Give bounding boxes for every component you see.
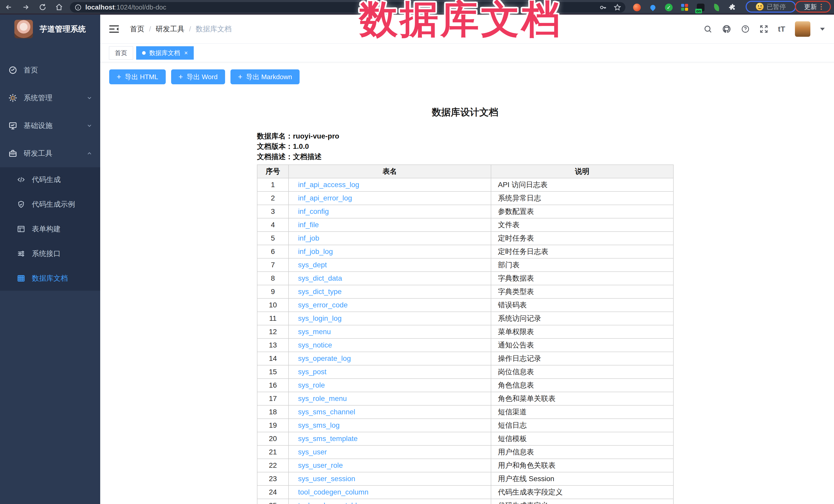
row-description: API 访问日志表 bbox=[491, 178, 674, 192]
table-name-link[interactable]: sys_user bbox=[298, 448, 327, 456]
row-index: 11 bbox=[257, 312, 288, 325]
font-size-icon[interactable]: tT bbox=[778, 25, 785, 34]
browser-home-button[interactable] bbox=[54, 2, 64, 12]
table-name-link[interactable]: sys_dept bbox=[298, 261, 327, 269]
extension-pin-icon[interactable] bbox=[649, 3, 657, 12]
table-name-link[interactable]: sys_role bbox=[298, 381, 325, 389]
table-name-link[interactable]: inf_api_error_log bbox=[298, 194, 352, 202]
extension-grid-icon[interactable] bbox=[680, 3, 689, 12]
row-table-name: sys_dept bbox=[288, 258, 491, 272]
breadcrumb-devtools[interactable]: 研发工具 bbox=[156, 24, 184, 34]
table-name-link[interactable]: sys_dict_data bbox=[298, 274, 342, 282]
app-logo-row[interactable]: 芋道管理系统 bbox=[0, 15, 100, 43]
search-icon[interactable] bbox=[703, 25, 712, 34]
row-index: 9 bbox=[257, 285, 288, 299]
extension-check-icon[interactable]: ✓ bbox=[664, 3, 673, 12]
meta-db-name: 数据库名：ruoyi-vue-pro bbox=[257, 131, 673, 141]
table-name-link[interactable]: inf_config bbox=[298, 207, 329, 215]
table-name-link[interactable]: sys_operate_log bbox=[298, 354, 351, 363]
sidebar-item-form-builder[interactable]: 表单构建 bbox=[0, 217, 100, 241]
export-html-button[interactable]: + 导出 HTML bbox=[109, 69, 166, 84]
collapse-sidebar-button[interactable] bbox=[109, 25, 119, 33]
table-header-row: 序号 表名 说明 bbox=[257, 165, 674, 178]
table-name-link[interactable]: sys_error_code bbox=[298, 301, 348, 309]
table-name-link[interactable]: inf_job_log bbox=[298, 247, 333, 256]
table-name-link[interactable]: sys_user_role bbox=[298, 461, 343, 469]
row-table-name: inf_job bbox=[288, 232, 491, 245]
table-name-link[interactable]: sys_notice bbox=[298, 341, 332, 349]
export-toolbar: + 导出 HTML + 导出 Word + 导出 Markdown bbox=[100, 62, 834, 84]
table-name-link[interactable]: sys_menu bbox=[298, 328, 331, 336]
row-table-name: inf_api_access_log bbox=[288, 178, 491, 192]
omnibox-actions bbox=[599, 2, 621, 13]
row-table-name: sys_user_session bbox=[288, 472, 491, 485]
table-name-link[interactable]: inf_file bbox=[298, 221, 319, 229]
browser-menu-icon[interactable] bbox=[821, 4, 822, 10]
table-name-link[interactable]: sys_sms_log bbox=[298, 421, 340, 429]
row-table-name: sys_error_code bbox=[288, 299, 491, 312]
table-name-link[interactable]: sys_role_menu bbox=[298, 395, 347, 402]
user-avatar[interactable] bbox=[795, 21, 810, 37]
github-icon[interactable] bbox=[722, 24, 731, 34]
table-name-link[interactable]: sys_user_session bbox=[298, 475, 355, 483]
sidebar-item-system-api[interactable]: 系统接口 bbox=[0, 241, 100, 266]
devtools-submenu: 代码生成 代码生成示例 表单构建 系统接口 bbox=[0, 167, 100, 291]
on-badge-label: on bbox=[695, 9, 702, 13]
row-table-name: sys_login_log bbox=[288, 312, 491, 325]
table-name-link[interactable]: inf_job bbox=[298, 234, 320, 242]
row-description: 角色信息表 bbox=[491, 378, 674, 392]
table-name-link[interactable]: sys_sms_channel bbox=[298, 408, 355, 416]
password-key-icon[interactable] bbox=[599, 4, 607, 11]
sidebar-item-codegen-example[interactable]: 代码生成示例 bbox=[0, 192, 100, 217]
export-markdown-button[interactable]: + 导出 Markdown bbox=[231, 69, 300, 84]
table-row: 18sys_sms_channel短信渠道 bbox=[257, 405, 674, 419]
main-content: + 导出 HTML + 导出 Word + 导出 Markdown 数据库设计文… bbox=[100, 62, 834, 504]
active-dot-icon bbox=[142, 51, 146, 55]
table-name-link[interactable]: sys_dict_type bbox=[298, 288, 342, 295]
sidebar-item-codegen[interactable]: 代码生成 bbox=[0, 167, 100, 192]
table-row: 9sys_dict_type字典类型表 bbox=[257, 285, 674, 299]
bookmark-star-icon[interactable] bbox=[614, 4, 621, 11]
browser-forward-button[interactable] bbox=[21, 2, 31, 12]
row-index: 25 bbox=[257, 499, 288, 504]
sidebar-item-system[interactable]: 系统管理 bbox=[0, 84, 100, 112]
extension-leaf-icon[interactable] bbox=[712, 3, 721, 12]
table-name-link[interactable]: inf_api_access_log bbox=[298, 181, 359, 189]
table-row: 12sys_menu菜单权限表 bbox=[257, 325, 674, 338]
export-word-button[interactable]: + 导出 Word bbox=[171, 69, 225, 84]
sidebar-item-infrastructure[interactable]: 基础设施 bbox=[0, 112, 100, 139]
sidebar-item-devtools[interactable]: 研发工具 bbox=[0, 139, 100, 167]
fullscreen-icon[interactable] bbox=[760, 25, 768, 34]
translate-paused-chip[interactable]: 已暂停 bbox=[746, 1, 796, 13]
close-icon[interactable]: × bbox=[184, 49, 188, 57]
sidebar-item-home[interactable]: 首页 bbox=[0, 56, 100, 84]
row-table-name: sys_sms_channel bbox=[288, 405, 491, 419]
user-menu-caret-icon[interactable] bbox=[820, 28, 825, 30]
table-name-link[interactable]: sys_post bbox=[298, 368, 327, 376]
extension-on-badge-icon[interactable]: on bbox=[696, 3, 705, 12]
help-icon[interactable] bbox=[741, 25, 750, 34]
row-index: 10 bbox=[257, 299, 288, 312]
browser-update-button[interactable]: 更新 bbox=[795, 1, 831, 13]
row-index: 23 bbox=[257, 472, 288, 485]
table-name-link[interactable]: tool_codegen_table bbox=[298, 501, 361, 504]
app-logo-image bbox=[15, 20, 33, 38]
tab-db-doc[interactable]: 数据库文档 × bbox=[136, 46, 194, 60]
header-description: 说明 bbox=[491, 165, 674, 178]
table-name-link[interactable]: sys_sms_template bbox=[298, 435, 358, 443]
browser-back-button[interactable] bbox=[4, 2, 14, 12]
extensions-puzzle-icon[interactable] bbox=[728, 3, 737, 12]
reload-icon bbox=[39, 3, 46, 11]
row-description: 定时任务日志表 bbox=[491, 245, 674, 258]
breadcrumb-home[interactable]: 首页 bbox=[130, 24, 145, 34]
table-name-link[interactable]: tool_codegen_column bbox=[298, 488, 369, 496]
sidebar-item-label: 首页 bbox=[24, 65, 38, 75]
browser-extensions: ✓ on bbox=[633, 2, 737, 13]
tab-home[interactable]: 首页 bbox=[109, 46, 133, 60]
browser-reload-button[interactable] bbox=[38, 2, 48, 12]
extension-orange-icon[interactable] bbox=[633, 3, 641, 12]
row-description: 错误码表 bbox=[491, 299, 674, 312]
sidebar-item-db-doc[interactable]: 数据库文档 bbox=[0, 266, 100, 291]
table-name-link[interactable]: sys_login_log bbox=[298, 314, 342, 322]
row-description: 角色和菜单关联表 bbox=[491, 392, 674, 405]
